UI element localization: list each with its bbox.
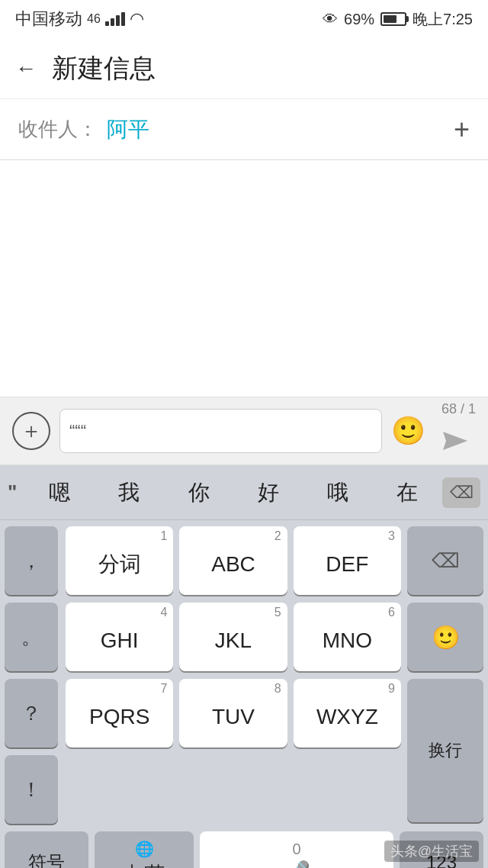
globe-icon: 🌐 bbox=[135, 840, 154, 858]
key-exclaim[interactable]: ！ bbox=[5, 755, 58, 824]
backspace-key[interactable]: ⌫ bbox=[407, 526, 483, 595]
key-label-abc: ABC bbox=[211, 552, 255, 577]
keyboard-row-1: 1 分词 2 ABC 3 DEF bbox=[66, 526, 401, 595]
recipient-name[interactable]: 阿平 bbox=[107, 115, 454, 144]
add-recipient-button[interactable]: + bbox=[454, 114, 470, 146]
key-5-jkl[interactable]: 5 JKL bbox=[179, 603, 287, 671]
key-label-tuv: TUV bbox=[212, 705, 255, 729]
suggestion-row: " 嗯 我 你 好 哦 在 ⌫ bbox=[0, 465, 488, 520]
status-right: 👁 69% 晚上7:25 bbox=[323, 9, 473, 30]
key-8-tuv[interactable]: 8 TUV bbox=[179, 679, 287, 747]
time-label: 晚上7:25 bbox=[413, 9, 473, 30]
suggestion-item-4[interactable]: 好 bbox=[233, 474, 303, 512]
key-num-1: 1 bbox=[160, 529, 167, 543]
emoji-key[interactable]: 🙂 bbox=[407, 603, 483, 671]
key-period[interactable]: 。 bbox=[5, 603, 58, 671]
suggestion-delete-button[interactable]: ⌫ bbox=[442, 477, 480, 508]
battery-percent: 69% bbox=[344, 11, 374, 28]
recipient-row: 收件人： 阿平 + bbox=[0, 99, 488, 160]
emoji-button[interactable]: 🙂 bbox=[391, 415, 425, 447]
key-num-8: 8 bbox=[274, 682, 281, 696]
key-6-mno[interactable]: 6 MNO bbox=[294, 603, 401, 671]
message-body[interactable] bbox=[0, 160, 488, 397]
status-left: 中国移动 46 ◠ bbox=[15, 8, 144, 31]
plus-icon: ＋ bbox=[21, 416, 42, 445]
key-num-9: 9 bbox=[388, 682, 395, 696]
recipient-label: 收件人： bbox=[18, 116, 98, 143]
key-fuzhao[interactable]: 符号 bbox=[5, 831, 88, 868]
key-label-fenchi: 分词 bbox=[98, 550, 141, 579]
key-label-mno: MNO bbox=[323, 628, 372, 653]
input-toolbar: ＋ “““ 🙂 68 / 1 bbox=[0, 397, 488, 465]
fuzhao-label: 符号 bbox=[28, 850, 65, 868]
carrier-label: 中国移动 bbox=[15, 8, 82, 31]
key-4-ghi[interactable]: 4 GHI bbox=[66, 603, 173, 671]
main-grid: ， 。 ？ ！ 1 分词 2 ABC 3 bbox=[5, 526, 483, 824]
key-num-6: 6 bbox=[388, 606, 395, 619]
back-button[interactable]: ← bbox=[15, 56, 37, 81]
zhongying-label: 中/英 bbox=[124, 861, 165, 868]
enter-key-right[interactable]: 换行 bbox=[407, 679, 483, 822]
suggestion-item-6[interactable]: 在 bbox=[373, 474, 442, 512]
key-num-7: 7 bbox=[160, 682, 167, 696]
key-label-wxyz: WXYZ bbox=[316, 705, 378, 729]
page-wrapper: 中国移动 46 ◠ 👁 69% 晚上7:25 ← 新建信息 bbox=[0, 0, 488, 868]
send-icon bbox=[440, 426, 470, 456]
key-3-def[interactable]: 3 DEF bbox=[294, 526, 401, 595]
key-1-fenchi[interactable]: 1 分词 bbox=[66, 526, 173, 595]
key-label-def: DEF bbox=[326, 552, 368, 577]
network-type: 46 bbox=[87, 12, 101, 26]
center-grid: 1 分词 2 ABC 3 DEF 4 GHI bbox=[66, 526, 401, 824]
key-label-pqrs: PQRS bbox=[89, 705, 149, 729]
key-num-5: 5 bbox=[274, 606, 281, 619]
watermark: 头条@生活宝 bbox=[384, 841, 479, 862]
space-num: 0 bbox=[292, 841, 300, 858]
key-num-3: 3 bbox=[388, 529, 395, 543]
message-input[interactable]: “““ bbox=[59, 409, 382, 453]
wifi-icon: ◠ bbox=[130, 9, 144, 29]
suggestion-item-1[interactable]: 嗯 bbox=[24, 474, 94, 512]
char-count: 68 / 1 bbox=[441, 401, 476, 417]
suggestion-item-5[interactable]: 哦 bbox=[303, 474, 372, 512]
key-2-abc[interactable]: 2 ABC bbox=[179, 526, 287, 595]
send-button[interactable] bbox=[435, 420, 476, 461]
key-7-pqrs[interactable]: 7 PQRS bbox=[66, 679, 173, 747]
key-9-wxyz[interactable]: 9 WXYZ bbox=[294, 679, 401, 747]
suggestion-quote: " bbox=[8, 481, 17, 504]
enter-label: 换行 bbox=[429, 739, 462, 762]
keyboard-row-2: 4 GHI 5 JKL 6 MNO bbox=[66, 603, 401, 671]
top-nav: ← 新建信息 bbox=[0, 38, 488, 99]
suggestion-item-2[interactable]: 我 bbox=[95, 474, 164, 512]
keyboard: ， 。 ？ ！ 1 分词 2 ABC 3 bbox=[0, 520, 488, 868]
key-num-2: 2 bbox=[274, 529, 281, 543]
suggestion-item-3[interactable]: 你 bbox=[164, 474, 233, 512]
mic-icon: 🎤 bbox=[284, 860, 310, 868]
key-num-4: 4 bbox=[160, 606, 167, 619]
key-comma[interactable]: ， bbox=[5, 526, 58, 595]
page-title: 新建信息 bbox=[52, 51, 156, 86]
key-label-ghi: GHI bbox=[101, 628, 139, 653]
screen-icon: 👁 bbox=[323, 11, 338, 28]
keyboard-row-4-spacer bbox=[66, 755, 401, 818]
signal-bars bbox=[105, 12, 125, 26]
battery-indicator bbox=[380, 12, 406, 26]
key-question[interactable]: ？ bbox=[5, 679, 58, 747]
input-text: “““ bbox=[69, 421, 86, 441]
key-space[interactable]: 0 🎤 bbox=[200, 831, 393, 868]
key-label-jkl: JKL bbox=[215, 628, 252, 653]
right-special-column: ⌫ 🙂 换行 bbox=[407, 526, 483, 824]
status-bar: 中国移动 46 ◠ 👁 69% 晚上7:25 bbox=[0, 0, 488, 38]
delete-icon: ⌫ bbox=[450, 483, 474, 503]
media-add-button[interactable]: ＋ bbox=[12, 412, 50, 450]
left-punct-column: ， 。 ？ ！ bbox=[5, 526, 59, 824]
send-area: 68 / 1 bbox=[435, 401, 476, 461]
keyboard-row-3: 7 PQRS 8 TUV 9 WXYZ bbox=[66, 679, 401, 747]
key-zhongying[interactable]: 🌐 中/英 bbox=[95, 831, 194, 868]
